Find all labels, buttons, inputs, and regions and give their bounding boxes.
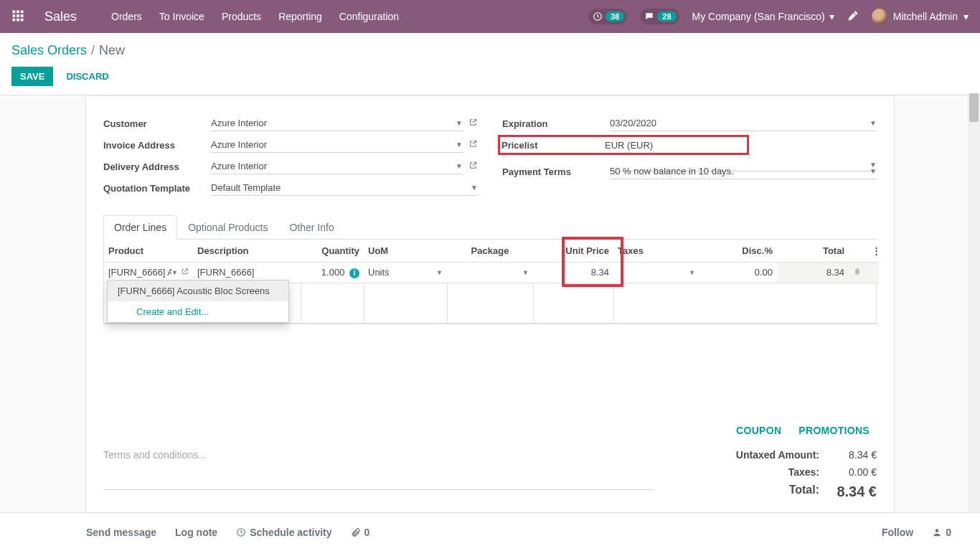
label-customer: Customer [103, 118, 211, 129]
discard-button[interactable]: DISCARD [66, 71, 108, 82]
field-quotation-template[interactable]: Default Template▼ [211, 180, 478, 196]
app-brand[interactable]: Sales [44, 9, 77, 24]
nav-to-invoice[interactable]: To Invoice [159, 11, 204, 22]
th-quantity[interactable]: Quantity [301, 240, 364, 263]
cell-unit-price[interactable]: 8.34 [533, 263, 613, 283]
label-expiration: Expiration [502, 118, 610, 129]
debug-icon[interactable] [847, 10, 859, 24]
svg-point-11 [936, 529, 939, 532]
product-autocomplete: [FURN_6666] Acoustic Bloc Screens Create… [107, 280, 289, 323]
attachments[interactable]: 0 [351, 527, 370, 538]
company-switcher[interactable]: My Company (San Francisco) ▾ [692, 11, 834, 22]
user-menu[interactable]: Mitchell Admin ▾ [872, 9, 969, 24]
th-description[interactable]: Description [193, 240, 301, 263]
svg-rect-6 [13, 18, 16, 21]
chat-icon [644, 11, 654, 22]
clock-icon [236, 527, 246, 537]
value-untaxed: 8.34 € [819, 449, 877, 461]
terms-input[interactable]: Terms and conditions... [103, 446, 654, 490]
form-tabs: Order Lines Optional Products Other Info [103, 215, 877, 240]
user-name: Mitchell Admin [893, 11, 958, 22]
save-button[interactable]: SAVE [11, 67, 53, 86]
cell-quantity[interactable]: 1.000 i [301, 263, 364, 283]
followers[interactable]: 0 [932, 527, 951, 538]
tab-optional-products[interactable]: Optional Products [177, 215, 278, 240]
messages-badge[interactable]: 28 [640, 9, 679, 24]
ac-suggestion[interactable]: [FURN_6666] Acoustic Bloc Screens [108, 281, 288, 301]
field-invoice-address[interactable]: Azure Interior▼ [211, 137, 463, 153]
coupon-link[interactable]: COUPON [736, 425, 781, 436]
field-expiration[interactable]: 03/20/2020▼ [610, 116, 877, 131]
external-link-icon[interactable] [468, 161, 478, 172]
promotions-link[interactable]: PROMOTIONS [798, 425, 870, 436]
nav-configuration[interactable]: Configuration [339, 11, 399, 22]
chevron-down-icon: ▼ [171, 269, 178, 276]
value-taxes: 0.00 € [819, 466, 877, 478]
svg-rect-1 [17, 10, 19, 13]
chevron-down-icon: ▼ [436, 269, 443, 276]
kebab-icon[interactable]: ⋮ [867, 240, 879, 263]
log-note[interactable]: Log note [175, 527, 217, 538]
clock-icon [593, 11, 603, 22]
field-payment-terms[interactable]: 50 % now balance in 10 days.▼ [610, 164, 877, 179]
activities-badge[interactable]: 38 [588, 9, 627, 24]
cell-taxes[interactable]: ▼ [613, 263, 699, 283]
th-total[interactable]: Total [777, 240, 849, 263]
avatar [872, 9, 887, 24]
label-pricelist: Pricelist [501, 140, 605, 151]
tab-order-lines[interactable]: Order Lines [103, 215, 177, 240]
ac-create-edit[interactable]: Create and Edit... [108, 301, 288, 322]
form-right-col: Expiration 03/20/2020▼ Pricelist EUR (EU… [502, 113, 877, 199]
cell-package[interactable]: ▼ [447, 263, 533, 283]
cell-uom[interactable]: Units▼ [364, 263, 447, 283]
field-customer[interactable]: Azure Interior▼ [211, 116, 463, 131]
th-package[interactable]: Package [447, 240, 533, 263]
cell-disc[interactable]: 0.00 [699, 263, 777, 283]
paperclip-icon [351, 527, 361, 537]
order-lines-table-wrap: Product Description Quantity UoM Package… [103, 240, 877, 324]
promo-links: COUPON PROMOTIONS [103, 425, 877, 436]
breadcrumb-current: New [99, 43, 125, 58]
external-link-icon[interactable] [181, 267, 189, 278]
scrollbar[interactable] [968, 93, 980, 512]
th-taxes[interactable]: Taxes [613, 240, 699, 263]
nav-reporting[interactable]: Reporting [278, 11, 322, 22]
send-message[interactable]: Send message [86, 527, 156, 538]
pricelist-row-highlight: Pricelist EUR (EUR) [498, 135, 749, 155]
breadcrumb-root[interactable]: Sales Orders [11, 43, 87, 58]
label-taxes: Taxes: [676, 466, 819, 478]
field-pricelist[interactable]: EUR (EUR) [605, 138, 744, 153]
th-disc[interactable]: Disc.% [699, 240, 777, 263]
person-icon [932, 527, 942, 537]
info-icon[interactable]: i [349, 268, 359, 278]
nav-right: 38 28 My Company (San Francisco) ▾ Mitch… [588, 9, 969, 24]
company-name: My Company (San Francisco) [692, 11, 825, 22]
sheet-scroll[interactable]: Customer Azure Interior▼ Invoice Address… [0, 95, 980, 514]
apps-icon[interactable] [11, 9, 44, 24]
nav-orders[interactable]: Orders [111, 11, 142, 22]
svg-rect-0 [13, 10, 16, 13]
tab-other-info[interactable]: Other Info [278, 215, 344, 240]
field-delivery-address[interactable]: Azure Interior▼ [211, 159, 463, 174]
breadcrumb-sep: / [91, 43, 95, 58]
th-uom[interactable]: UoM [364, 240, 447, 263]
form-actions: SAVE DISCARD [11, 67, 969, 86]
nav-menu: Orders To Invoice Products Reporting Con… [111, 11, 588, 22]
th-unit-price[interactable]: Unit Price [533, 240, 613, 263]
external-link-icon[interactable] [468, 139, 478, 151]
label-delivery-address: Delivery Address [103, 161, 211, 172]
svg-rect-3 [13, 14, 16, 17]
nav-products[interactable]: Products [222, 11, 261, 22]
cell-total: 8.34 [777, 263, 849, 283]
th-product[interactable]: Product [104, 240, 193, 263]
chevron-down-icon: ▼ [870, 167, 877, 175]
table-header-row: Product Description Quantity UoM Package… [104, 240, 879, 263]
cell-delete[interactable] [849, 263, 867, 283]
activities-count: 38 [606, 11, 624, 22]
follow-button[interactable]: Follow [882, 527, 913, 538]
schedule-activity[interactable]: Schedule activity [236, 527, 331, 538]
messages-count: 28 [657, 11, 676, 22]
external-link-icon[interactable] [468, 118, 478, 129]
label-payment-terms: Payment Terms [502, 166, 610, 177]
chevron-down-icon: ▼ [471, 184, 478, 192]
